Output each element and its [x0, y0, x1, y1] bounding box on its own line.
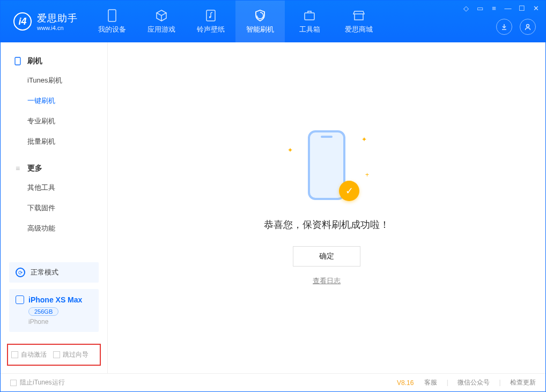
download-button[interactable] [496, 19, 512, 35]
sidebar: 刷机 iTunes刷机 一键刷机 专业刷机 批量刷机 ≡ 更多 其他工具 下载固… [1, 42, 108, 373]
section-title: 刷机 [27, 56, 42, 66]
svg-rect-3 [305, 13, 314, 20]
user-button[interactable] [520, 19, 536, 35]
main-tabs: 我的设备 应用游戏 铃声壁纸 智能刷机 工具箱 爱思商城 [87, 1, 383, 42]
feedback-icon[interactable]: ▭ [476, 4, 484, 12]
sidebar-item-one-click-flash[interactable]: 一键刷机 [1, 91, 107, 111]
sidebar-section-flash: 刷机 [1, 52, 107, 70]
shield-icon [253, 9, 267, 23]
tab-toolbox[interactable]: 工具箱 [285, 1, 334, 42]
checkbox-block-itunes[interactable]: 阻止iTunes运行 [10, 378, 65, 387]
version-label: V8.16 [397, 379, 414, 387]
tab-store[interactable]: 爱思商城 [334, 1, 383, 42]
svg-point-4 [527, 25, 529, 27]
tab-apps-games[interactable]: 应用游戏 [137, 1, 186, 42]
logo-icon: i4 [13, 12, 32, 31]
tab-label: 工具箱 [299, 25, 320, 34]
success-message: 恭喜您，保资料刷机成功啦！ [264, 218, 389, 231]
tab-label: 铃声壁纸 [197, 25, 225, 34]
skin-icon[interactable]: ◇ [462, 4, 470, 12]
device-type: iPhone [28, 318, 92, 326]
music-icon [204, 9, 218, 23]
menu-icon[interactable]: ≡ [490, 4, 498, 12]
device-mode-status[interactable]: ⟳ 正常模式 [9, 262, 99, 283]
tab-label: 爱思商城 [345, 25, 373, 34]
device-name: iPhone XS Max [28, 295, 82, 304]
footer-link-wechat[interactable]: 微信公众号 [458, 379, 490, 386]
device-icon [105, 9, 119, 23]
svg-rect-5 [15, 57, 20, 65]
cube-icon [154, 9, 168, 23]
device-small-icon [16, 295, 24, 304]
title-bar: i4 爱思助手 www.i4.cn 我的设备 应用游戏 铃声壁纸 智能刷机 [1, 1, 545, 42]
svg-rect-0 [108, 10, 116, 21]
tab-ringtones-wallpapers[interactable]: 铃声壁纸 [186, 1, 235, 42]
app-logo: i4 爱思助手 www.i4.cn [1, 12, 87, 31]
maximize-button[interactable]: ☐ [518, 4, 526, 12]
sidebar-item-itunes-flash[interactable]: iTunes刷机 [1, 70, 107, 91]
device-card[interactable]: iPhone XS Max 256GB iPhone [9, 289, 99, 332]
section-title: 更多 [27, 164, 42, 173]
status-icon: ⟳ [16, 268, 25, 277]
phone-icon [13, 57, 22, 65]
tab-label: 我的设备 [98, 25, 126, 34]
status-label: 正常模式 [31, 268, 58, 277]
sidebar-item-download-firmware[interactable]: 下载固件 [1, 198, 107, 218]
app-subtitle: www.i4.cn [37, 25, 78, 31]
checkmark-badge-icon: ✓ [339, 181, 359, 201]
footer-link-update[interactable]: 检查更新 [510, 379, 536, 386]
sidebar-item-batch-flash[interactable]: 批量刷机 [1, 131, 107, 152]
tab-smart-flash[interactable]: 智能刷机 [235, 1, 285, 42]
sidebar-item-other-tools[interactable]: 其他工具 [1, 177, 107, 198]
checkbox-skip-guide[interactable]: 跳过向导 [53, 350, 88, 359]
view-log-link[interactable]: 查看日志 [313, 276, 341, 286]
success-illustration: ✦✦+ ✓ [297, 130, 356, 205]
briefcase-icon [302, 9, 316, 23]
ok-button[interactable]: 确定 [293, 246, 360, 267]
tab-my-device[interactable]: 我的设备 [87, 1, 137, 42]
device-capacity: 256GB [28, 307, 58, 316]
menu-lines-icon: ≡ [13, 164, 22, 173]
tab-label: 智能刷机 [246, 25, 274, 34]
footer-link-support[interactable]: 客服 [424, 379, 437, 386]
checkbox-auto-activate[interactable]: 自动激活 [11, 350, 47, 359]
sidebar-item-advanced[interactable]: 高级功能 [1, 218, 107, 239]
app-title: 爱思助手 [37, 12, 78, 25]
status-bar: 阻止iTunes运行 V8.16 客服 | 微信公众号 | 检查更新 [1, 373, 545, 391]
svg-point-2 [209, 16, 211, 18]
main-content: ✦✦+ ✓ 恭喜您，保资料刷机成功啦！ 确定 查看日志 [108, 42, 545, 373]
store-icon [352, 9, 366, 23]
sidebar-item-pro-flash[interactable]: 专业刷机 [1, 111, 107, 131]
options-highlight-box: 自动激活 跳过向导 [7, 344, 101, 366]
sidebar-section-more: ≡ 更多 [1, 159, 107, 177]
close-button[interactable]: ✕ [532, 4, 540, 12]
tab-label: 应用游戏 [147, 25, 175, 34]
minimize-button[interactable]: — [504, 4, 512, 12]
